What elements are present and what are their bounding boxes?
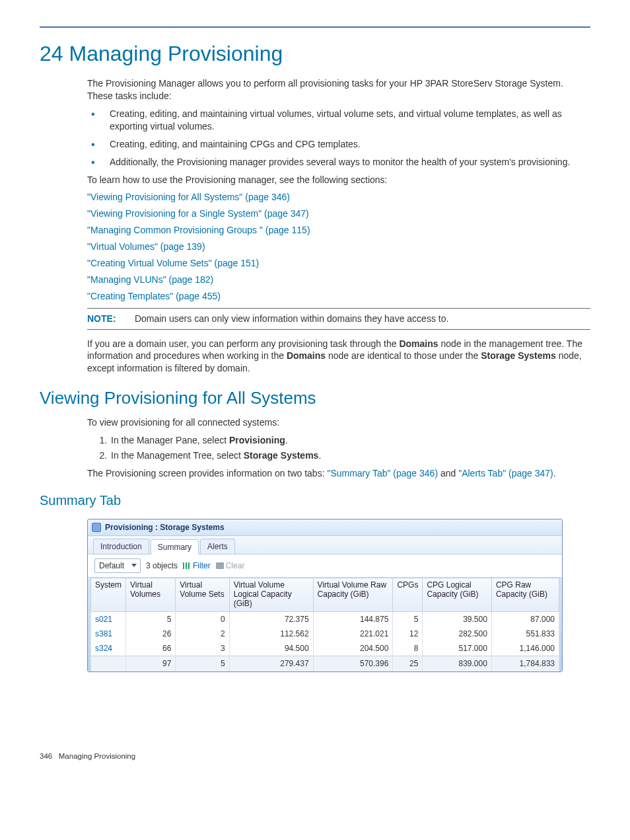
cell: 221.021 bbox=[313, 627, 393, 641]
summary-table: System Virtual Volumes Virtual Volume Se… bbox=[90, 578, 559, 671]
clear-icon bbox=[216, 562, 224, 569]
chapter-heading: 24 Managing Provisioning bbox=[40, 40, 590, 68]
col-vv-raw-capacity[interactable]: Virtual Volume Raw Capacity (GiB) bbox=[313, 578, 393, 611]
learn-paragraph: To learn how to use the Provisioning man… bbox=[87, 174, 590, 186]
domain-paragraph: If you are a domain user, you can perfor… bbox=[87, 338, 590, 375]
cell: 26 bbox=[126, 627, 176, 641]
cell: 5 bbox=[126, 611, 176, 627]
list-item: Creating, editing, and maintaining virtu… bbox=[87, 108, 590, 133]
xref-link[interactable]: "Viewing Provisioning for a Single Syste… bbox=[87, 208, 309, 219]
xref-link[interactable]: "Virtual Volumes" (page 139) bbox=[87, 241, 205, 252]
cell: 5 bbox=[176, 656, 229, 671]
cell: 517.000 bbox=[423, 641, 491, 656]
cell-system[interactable]: s324 bbox=[91, 641, 126, 656]
cell: 570.396 bbox=[313, 656, 393, 671]
cell: 839.000 bbox=[423, 656, 491, 671]
scrollbar-right-edge[interactable] bbox=[559, 578, 562, 671]
tab-introduction[interactable]: Introduction bbox=[93, 539, 149, 554]
xref-link[interactable]: "Summary Tab" (page 346) bbox=[327, 468, 438, 478]
col-vv-logical-capacity[interactable]: Virtual Volume Logical Capacity (GiB) bbox=[229, 578, 313, 611]
tabs-row: Introduction Summary Alerts bbox=[88, 536, 562, 554]
step-item: In the Manager Pane, select Provisioning… bbox=[110, 434, 590, 447]
cell-system[interactable]: s021 bbox=[91, 611, 126, 627]
cell: 8 bbox=[393, 641, 423, 656]
list-item: Additionally, the Provisioning manager p… bbox=[87, 156, 590, 169]
steps-list: In the Manager Pane, select Provisioning… bbox=[87, 434, 590, 462]
cell: 1,784.833 bbox=[491, 656, 559, 671]
feature-list: Creating, editing, and maintaining virtu… bbox=[87, 108, 590, 169]
cell: 112.562 bbox=[229, 627, 313, 641]
cell: 94.500 bbox=[229, 641, 313, 656]
window-icon bbox=[92, 523, 101, 532]
tab-alerts[interactable]: Alerts bbox=[200, 539, 235, 554]
summary-window: Provisioning : Storage Systems Introduct… bbox=[87, 519, 563, 672]
note-label: NOTE: bbox=[87, 313, 132, 325]
cell: 5 bbox=[393, 611, 423, 627]
window-title: Provisioning : Storage Systems bbox=[105, 522, 225, 533]
cell: 72.375 bbox=[229, 611, 313, 627]
table-row[interactable]: s381 26 2 112.562 221.021 12 282.500 551… bbox=[91, 627, 559, 641]
cell: 39.500 bbox=[423, 611, 491, 627]
cell: 144.875 bbox=[313, 611, 393, 627]
footer-title: Managing Provisioning bbox=[59, 752, 135, 760]
section-intro: To view provisioning for all connected s… bbox=[87, 416, 590, 429]
table-row[interactable]: s021 5 0 72.375 144.875 5 39.500 87.000 bbox=[91, 611, 559, 627]
tabs-sentence: The Provisioning screen provides informa… bbox=[87, 467, 590, 480]
cell-system[interactable]: s381 bbox=[91, 627, 126, 641]
xref-link[interactable]: "Viewing Provisioning for All Systems" (… bbox=[87, 192, 290, 202]
xref-link[interactable]: "Managing Common Provisioning Groups " (… bbox=[87, 225, 310, 235]
note-text: Domain users can only view information w… bbox=[135, 313, 448, 324]
object-count: 3 objects bbox=[146, 560, 178, 571]
table-totals-row: 97 5 279.437 570.396 25 839.000 1,784.83… bbox=[91, 656, 559, 671]
filter-icon bbox=[183, 562, 191, 569]
cell: 87.000 bbox=[491, 611, 559, 627]
filter-button[interactable]: Filter bbox=[183, 560, 211, 571]
cell: 1,146.000 bbox=[491, 641, 559, 656]
col-virtual-volume-sets[interactable]: Virtual Volume Sets bbox=[176, 578, 229, 611]
step-item: In the Management Tree, select Storage S… bbox=[110, 449, 590, 462]
page-footer: 346 Managing Provisioning bbox=[40, 751, 590, 762]
view-dropdown[interactable]: Default bbox=[94, 558, 141, 573]
xref-link[interactable]: "Creating Virtual Volume Sets" (page 151… bbox=[87, 258, 259, 268]
col-cpg-raw-capacity[interactable]: CPG Raw Capacity (GiB) bbox=[491, 578, 559, 611]
clear-button[interactable]: Clear bbox=[216, 560, 245, 571]
xref-link[interactable]: "Managing VLUNs" (page 182) bbox=[87, 274, 213, 285]
section-heading: Viewing Provisioning for All Systems bbox=[40, 387, 590, 410]
list-item: Creating, editing, and maintaining CPGs … bbox=[87, 138, 590, 151]
table-row[interactable]: s324 66 3 94.500 204.500 8 517.000 1,146… bbox=[91, 641, 559, 656]
cell: 3 bbox=[176, 641, 229, 656]
intro-paragraph: The Provisioning Manager allows you to p… bbox=[87, 77, 590, 102]
xref-list: "Viewing Provisioning for All Systems" (… bbox=[87, 191, 590, 302]
cell: 282.500 bbox=[423, 627, 491, 641]
note-box: NOTE: Domain users can only view informa… bbox=[87, 308, 590, 330]
toolbar: Default 3 objects Filter Clear bbox=[88, 554, 562, 578]
cell: 97 bbox=[126, 656, 176, 671]
xref-link[interactable]: "Alerts Tab" (page 347) bbox=[458, 468, 553, 478]
col-cpgs[interactable]: CPGs bbox=[393, 578, 423, 611]
cell: 12 bbox=[393, 627, 423, 641]
window-title-bar: Provisioning : Storage Systems bbox=[88, 519, 562, 536]
tab-summary[interactable]: Summary bbox=[151, 539, 199, 554]
col-cpg-logical-capacity[interactable]: CPG Logical Capacity (GiB) bbox=[423, 578, 491, 611]
xref-link[interactable]: "Creating Templates" (page 455) bbox=[87, 291, 221, 301]
cell: 25 bbox=[393, 656, 423, 671]
cell: 0 bbox=[176, 611, 229, 627]
cell: 66 bbox=[126, 641, 176, 656]
cell: 204.500 bbox=[313, 641, 393, 656]
page-number: 346 bbox=[40, 752, 52, 760]
col-virtual-volumes[interactable]: Virtual Volumes bbox=[126, 578, 176, 611]
subsection-heading: Summary Tab bbox=[40, 492, 590, 510]
cell: 2 bbox=[176, 627, 229, 641]
cell bbox=[91, 656, 126, 671]
col-system[interactable]: System bbox=[91, 578, 126, 611]
cell: 551.833 bbox=[491, 627, 559, 641]
cell: 279.437 bbox=[229, 656, 313, 671]
